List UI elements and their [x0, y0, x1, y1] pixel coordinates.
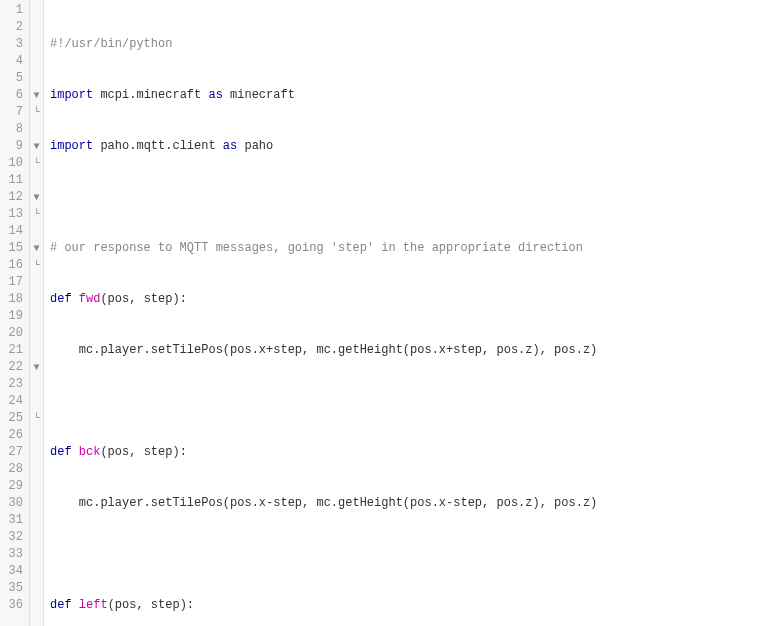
code-line [50, 393, 761, 410]
line-number: 13 [0, 206, 29, 223]
line-number: 30 [0, 495, 29, 512]
line-number: 2 [0, 19, 29, 36]
line-number: 16 [0, 257, 29, 274]
fold-marker [30, 444, 43, 461]
fold-marker [30, 274, 43, 291]
line-number: 12 [0, 189, 29, 206]
fold-marker [30, 121, 43, 138]
code-line: def fwd(pos, step): [50, 291, 761, 308]
fold-marker[interactable]: ▼ [30, 240, 43, 257]
line-number: 18 [0, 291, 29, 308]
code-line: def bck(pos, step): [50, 444, 761, 461]
fold-marker [30, 393, 43, 410]
line-number: 22 [0, 359, 29, 376]
line-number: 29 [0, 478, 29, 495]
line-number: 32 [0, 529, 29, 546]
fold-marker [30, 291, 43, 308]
code-editor: 1234567891011121314151617181920212223242… [0, 0, 761, 626]
fold-marker [30, 376, 43, 393]
line-number: 31 [0, 512, 29, 529]
fold-marker: └ [30, 104, 43, 121]
fold-marker [30, 223, 43, 240]
line-number: 36 [0, 597, 29, 614]
line-number: 15 [0, 240, 29, 257]
fold-marker: └ [30, 410, 43, 427]
fold-marker[interactable]: ▼ [30, 138, 43, 155]
fold-marker [30, 546, 43, 563]
line-number: 3 [0, 36, 29, 53]
line-number-gutter: 1234567891011121314151617181920212223242… [0, 0, 30, 626]
line-number: 4 [0, 53, 29, 70]
line-number: 28 [0, 461, 29, 478]
fold-marker [30, 597, 43, 614]
line-number: 1 [0, 2, 29, 19]
fold-marker: └ [30, 206, 43, 223]
fold-marker [30, 36, 43, 53]
fold-marker [30, 495, 43, 512]
line-number: 26 [0, 427, 29, 444]
line-number: 33 [0, 546, 29, 563]
line-number: 6 [0, 87, 29, 104]
line-number: 9 [0, 138, 29, 155]
line-number: 10 [0, 155, 29, 172]
line-number: 8 [0, 121, 29, 138]
line-number: 23 [0, 376, 29, 393]
line-number: 19 [0, 308, 29, 325]
line-number: 35 [0, 580, 29, 597]
fold-marker [30, 461, 43, 478]
line-number: 7 [0, 104, 29, 121]
fold-marker: └ [30, 257, 43, 274]
code-line [50, 189, 761, 206]
fold-marker [30, 512, 43, 529]
fold-marker [30, 19, 43, 36]
fold-marker [30, 342, 43, 359]
line-number: 14 [0, 223, 29, 240]
fold-gutter: ▼└▼└▼└▼└▼└ [30, 0, 44, 626]
fold-marker [30, 308, 43, 325]
fold-marker [30, 529, 43, 546]
fold-marker[interactable]: ▼ [30, 359, 43, 376]
fold-marker [30, 427, 43, 444]
code-line: #!/usr/bin/python [50, 36, 761, 53]
code-line: import mcpi.minecraft as minecraft [50, 87, 761, 104]
line-number: 27 [0, 444, 29, 461]
fold-marker [30, 70, 43, 87]
code-line: # our response to MQTT messages, going '… [50, 240, 761, 257]
fold-marker [30, 563, 43, 580]
line-number: 34 [0, 563, 29, 580]
fold-marker [30, 325, 43, 342]
code-line: mc.player.setTilePos(pos.x-step, mc.getH… [50, 495, 761, 512]
line-number: 5 [0, 70, 29, 87]
line-number: 11 [0, 172, 29, 189]
line-number: 24 [0, 393, 29, 410]
fold-marker[interactable]: ▼ [30, 189, 43, 206]
fold-marker [30, 2, 43, 19]
code-line: mc.player.setTilePos(pos.x+step, mc.getH… [50, 342, 761, 359]
code-line: def left(pos, step): [50, 597, 761, 614]
fold-marker [30, 478, 43, 495]
line-number: 17 [0, 274, 29, 291]
fold-marker: └ [30, 155, 43, 172]
fold-marker[interactable]: ▼ [30, 87, 43, 104]
line-number: 21 [0, 342, 29, 359]
code-line [50, 546, 761, 563]
line-number: 20 [0, 325, 29, 342]
fold-marker [30, 580, 43, 597]
code-area[interactable]: #!/usr/bin/python import mcpi.minecraft … [44, 0, 761, 626]
fold-marker [30, 172, 43, 189]
fold-marker [30, 53, 43, 70]
line-number: 25 [0, 410, 29, 427]
code-line: import paho.mqtt.client as paho [50, 138, 761, 155]
